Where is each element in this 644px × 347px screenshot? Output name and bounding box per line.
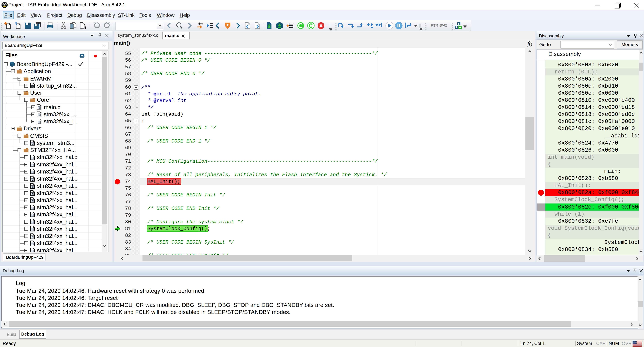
svg-text:c: c [32,250,33,252]
svg-text:c: c [32,214,33,216]
svg-text:c: c [32,178,33,181]
svg-text:c: c [32,200,33,202]
svg-text:c: c [32,142,33,145]
svg-text:c: c [32,235,33,238]
svg-text:c: c [38,114,40,116]
svg-text:c: c [32,156,33,159]
svg-text:c: c [32,242,33,245]
svg-text:c: c [32,164,33,166]
svg-text:c: c [38,121,40,124]
svg-text:a: a [32,85,33,88]
svg-text:c: c [32,221,33,224]
svg-text:c: c [32,207,33,210]
svg-text:c: c [32,192,33,195]
svg-text:c: c [38,106,40,109]
svg-text:c: c [32,228,33,231]
svg-text:c: c [32,171,33,174]
svg-text:c: c [32,185,33,188]
